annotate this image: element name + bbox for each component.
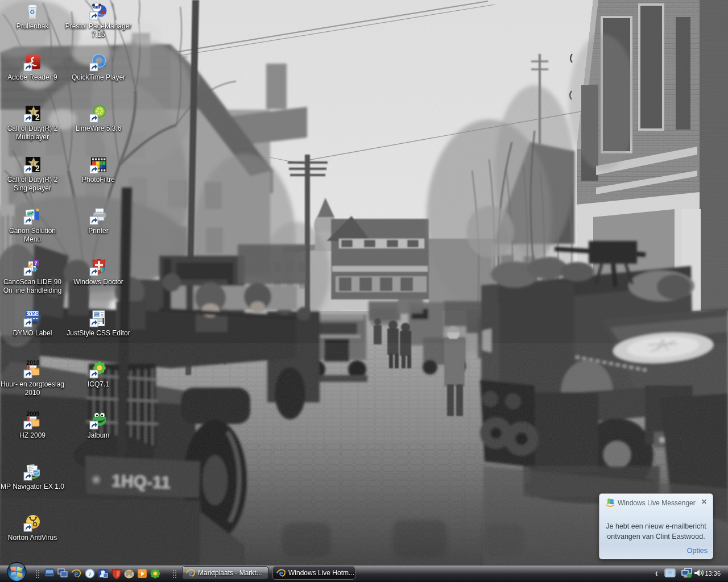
- svg-text:2: 2: [35, 113, 40, 122]
- svg-text:?: ?: [34, 260, 38, 266]
- svg-text:♻: ♻: [30, 9, 35, 15]
- svg-text:DYMO: DYMO: [26, 311, 39, 315]
- svg-text:✳: ✳: [91, 473, 101, 487]
- svg-text:♪: ♪: [88, 570, 92, 577]
- svg-text:2: 2: [35, 164, 40, 173]
- svg-text:1HQ-11: 1HQ-11: [111, 471, 171, 492]
